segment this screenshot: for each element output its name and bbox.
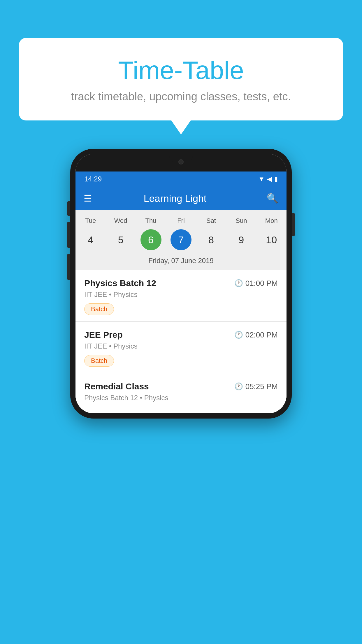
phone-screen: 14:29 ▼ ◀ ▮ ☰ Learning Light 🔍 Tue Wed T… [75, 154, 287, 413]
phone-mockup: 14:29 ▼ ◀ ▮ ☰ Learning Light 🔍 Tue Wed T… [70, 149, 292, 419]
day-thu: Thu [139, 217, 163, 225]
speech-bubble: Time-Table track timetable, upcoming cla… [19, 38, 343, 120]
silent-button [67, 254, 70, 280]
app-title: Learning Light [99, 193, 251, 204]
day-wed: Wed [109, 217, 132, 225]
phone-top-bar [75, 154, 287, 172]
class-item-physics-batch[interactable]: Physics Batch 12 🕐 01:00 PM IIT JEE • Ph… [75, 270, 287, 322]
selected-date-label: Friday, 07 June 2019 [75, 254, 287, 270]
clock-icon-2: 🕐 [234, 331, 243, 339]
volume-down-button [67, 222, 70, 248]
batch-badge-1: Batch [84, 303, 114, 315]
date-7-selected[interactable]: 7 [171, 229, 191, 250]
day-tue: Tue [79, 217, 102, 225]
search-icon[interactable]: 🔍 [267, 193, 278, 204]
class-item-jee-prep[interactable]: JEE Prep 🕐 02:00 PM IIT JEE • Physics Ba… [75, 322, 287, 373]
class-header-3: Remedial Class 🕐 05:25 PM [84, 382, 278, 391]
batch-badge-2: Batch [84, 355, 114, 367]
day-mon: Mon [260, 217, 283, 225]
days-header: Tue Wed Thu Fri Sat Sun Mon [75, 215, 287, 227]
class-meta-1: IIT JEE • Physics [84, 290, 278, 299]
status-time: 14:29 [84, 175, 102, 183]
volume-up-button [67, 201, 70, 216]
day-sat: Sat [199, 217, 223, 225]
phone-camera [178, 159, 184, 164]
class-name-2: JEE Prep [84, 330, 123, 340]
class-time-3: 🕐 05:25 PM [234, 382, 278, 391]
date-9[interactable]: 9 [231, 229, 252, 250]
class-header-2: JEE Prep 🕐 02:00 PM [84, 330, 278, 340]
date-4[interactable]: 4 [80, 229, 101, 250]
status-icons: ▼ ◀ ▮ [258, 175, 278, 183]
power-button [292, 213, 295, 236]
status-bar: 14:29 ▼ ◀ ▮ [75, 172, 287, 187]
class-meta-2: IIT JEE • Physics [84, 342, 278, 350]
class-header-1: Physics Batch 12 🕐 01:00 PM [84, 278, 278, 288]
class-name-3: Remedial Class [84, 382, 149, 391]
day-sun: Sun [230, 217, 253, 225]
bubble-title: Time-Table [34, 55, 328, 85]
hamburger-icon[interactable]: ☰ [84, 193, 92, 204]
speech-bubble-container: Time-Table track timetable, upcoming cla… [19, 38, 343, 120]
dates-row: 4 5 6 7 8 9 10 [75, 227, 287, 254]
phone-outer: 14:29 ▼ ◀ ▮ ☰ Learning Light 🔍 Tue Wed T… [70, 149, 292, 419]
bubble-subtitle: track timetable, upcoming classes, tests… [34, 90, 328, 103]
class-time-1: 🕐 01:00 PM [234, 279, 278, 288]
day-fri: Fri [169, 217, 193, 225]
date-5[interactable]: 5 [110, 229, 131, 250]
class-item-remedial[interactable]: Remedial Class 🕐 05:25 PM Physics Batch … [75, 373, 287, 413]
date-6-today[interactable]: 6 [140, 229, 161, 250]
clock-icon-3: 🕐 [234, 382, 243, 391]
class-meta-3: Physics Batch 12 • Physics [84, 394, 278, 402]
classes-container: Physics Batch 12 🕐 01:00 PM IIT JEE • Ph… [75, 270, 287, 413]
class-time-2: 🕐 02:00 PM [234, 330, 278, 340]
clock-icon-1: 🕐 [234, 279, 243, 287]
app-bar: ☰ Learning Light 🔍 [75, 187, 287, 210]
date-10[interactable]: 10 [261, 229, 282, 250]
date-8[interactable]: 8 [201, 229, 222, 250]
class-name-1: Physics Batch 12 [84, 278, 156, 288]
battery-icon: ▮ [274, 175, 278, 183]
signal-icon: ◀ [267, 175, 272, 183]
wifi-icon: ▼ [258, 175, 265, 183]
calendar-section: Tue Wed Thu Fri Sat Sun Mon 4 5 6 7 8 9 … [75, 210, 287, 270]
